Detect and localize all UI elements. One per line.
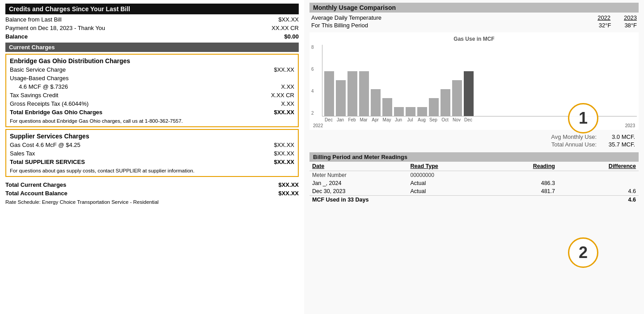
reading-type-0: Actual	[407, 179, 490, 187]
current-charges-header: Current Charges	[5, 43, 299, 52]
usage-detail-label: 4.6 MCF @ $.7326	[19, 83, 254, 90]
chart-label-Apr-4: Apr	[370, 117, 380, 122]
chart-label-Jul-7: Jul	[405, 117, 415, 122]
chart-bar-Oct-10	[441, 89, 450, 116]
circle-annotation-1: 1	[568, 103, 598, 133]
reading-row-0: Jan _, 2024Actual486.3	[309, 179, 639, 187]
total-current-label: Total Current Charges	[5, 181, 258, 188]
enbridge-total-label: Total Enbridge Gas Ohio Charges	[10, 109, 254, 116]
chart-label-Jan-1: Jan	[335, 117, 345, 122]
tax-savings-row: Tax Savings Credit X.XX CR	[10, 91, 294, 99]
gross-receipts-amount: X.XX	[254, 100, 294, 107]
chart-label-Mar-3: Mar	[359, 117, 369, 122]
avg-temp-label: Average Daily Temperature	[311, 14, 381, 21]
right-panel: Monthly Usage Comparison Average Daily T…	[304, 0, 644, 314]
balance-row: Balance $0.00	[5, 32, 299, 41]
circle-annotation-2: 2	[568, 237, 598, 268]
avg-temp-row: Average Daily Temperature 2022 2023	[309, 13, 639, 22]
enbridge-total-row: Total Enbridge Gas Ohio Charges $XX.XX	[10, 108, 294, 116]
gas-cost-row: Gas Cost 4.6 McF @ $4.25 $XX.XX	[10, 141, 294, 149]
chart-label-Jun-6: Jun	[394, 117, 403, 122]
reading-val-1: 481.7	[490, 187, 558, 196]
mcf-used-value: 4.6	[558, 196, 639, 204]
usage-based-row: Usage-Based Charges	[10, 74, 294, 82]
gross-receipts-label: Gross Receipts Tax (4.6044%)	[10, 100, 254, 107]
supplier-charges-box: Supplier Services Charges Gas Cost 4.6 M…	[5, 129, 299, 177]
totals-section: Total Current Charges $XX.XX Total Accou…	[5, 181, 299, 198]
col-difference: Difference	[558, 162, 639, 171]
total-annual-row: Total Annual Use: 35.7 MCF.	[313, 141, 635, 148]
billing-period-label: For This Billing Period	[311, 22, 368, 29]
enbridge-charges-box: Enbridge Gas Ohio Distribution Charges B…	[5, 54, 299, 127]
sales-tax-label: Sales Tax	[10, 150, 254, 157]
supplier-total-amount: $XX.XX	[254, 159, 294, 165]
basic-service-row: Basic Service Charge $XX.XX	[10, 65, 294, 74]
gas-cost-amount: $XX.XX	[254, 142, 294, 148]
balance-from-last-bill-amount: $XX.XX	[258, 16, 299, 23]
supplier-total-row: Total SUPPLIER SERVICES $XX.XX	[10, 158, 294, 166]
chart-bar-Apr-4	[371, 89, 381, 116]
reading-val-0: 486.3	[490, 179, 558, 187]
sales-tax-amount: $XX.XX	[254, 150, 294, 157]
chart-bar-Nov-11	[452, 80, 462, 116]
gas-cost-label: Gas Cost 4.6 McF @ $4.25	[10, 142, 254, 148]
avg-monthly-row: Avg Monthly Use: 3.0 MCF.	[313, 133, 635, 140]
total-annual-label: Total Annual Use:	[551, 141, 597, 148]
temps: 32°F 38°F	[599, 22, 637, 29]
avg-monthly-label: Avg Monthly Use:	[551, 133, 597, 140]
chart-bar-Sep-9	[429, 98, 439, 116]
total-current-amount: $XX.XX	[258, 181, 299, 188]
readings-table: Date Read Type Reading Difference Meter …	[309, 162, 639, 204]
y-label-8: 8	[311, 45, 314, 50]
chart-bar-Aug-8	[417, 107, 427, 116]
avg-monthly-value: 3.0 MCF.	[604, 133, 635, 140]
payment-label: Payment on Dec 18, 2023 - Thank You	[5, 25, 258, 31]
total-account-amount: $XX.XX	[258, 190, 299, 197]
balance-label: Balance	[5, 33, 258, 40]
chart-bar-Jun-6	[394, 107, 404, 116]
reading-type-1: Actual	[407, 187, 490, 196]
meter-number-row: Meter Number00000000	[309, 171, 639, 180]
meter-number-value: 00000000	[407, 171, 490, 180]
year-2022: 2022	[597, 14, 610, 21]
chart-bar-Mar-3	[359, 71, 369, 116]
payment-row: Payment on Dec 18, 2023 - Thank You XX.X…	[5, 24, 299, 32]
basic-service-label: Basic Service Charge	[10, 66, 254, 73]
total-annual-value: 35.7 MCF.	[604, 141, 635, 148]
usage-based-label: Usage-Based Charges	[10, 75, 254, 82]
supplier-title: Supplier Services Charges	[10, 133, 294, 140]
total-current-row: Total Current Charges $XX.XX	[5, 181, 299, 189]
payment-amount: XX.XX CR	[258, 25, 299, 31]
balance-amount: $0.00	[258, 33, 299, 40]
enbridge-note: For questions about Enbridge Gas Ohio ch…	[10, 118, 294, 124]
enbridge-total-amount: $XX.XX	[254, 109, 294, 116]
chart-title: Gas Use in MCF	[311, 36, 637, 42]
footer-note: Rate Schedule: Energy Choice Transportat…	[5, 199, 299, 205]
chart-label-Feb-2: Feb	[347, 117, 357, 122]
col-reading: Reading	[490, 162, 558, 171]
reading-row-1: Dec 30, 2023Actual481.74.6	[309, 187, 639, 196]
chart-label-Nov-11: Nov	[452, 117, 462, 122]
meter-number-label: Meter Number	[309, 171, 407, 180]
chart-bar-May-5	[382, 98, 392, 116]
usage-detail-row: 4.6 MCF @ $.7326 X.XX	[10, 82, 294, 91]
tax-savings-label: Tax Savings Credit	[10, 92, 254, 99]
chart-bar-Jul-7	[406, 107, 415, 116]
temp-2023: 38°F	[624, 22, 637, 29]
readings-header: Billing Period and Meter Readings	[309, 152, 639, 162]
enbridge-title: Enbridge Gas Ohio Distribution Charges	[10, 57, 294, 65]
reading-date-0: Jan _, 2024	[309, 179, 407, 187]
usage-detail-amount: X.XX	[254, 83, 294, 90]
chart-label-Sep-9: Sep	[428, 117, 438, 122]
chart-year-right: 2023	[625, 123, 635, 128]
reading-diff-1: 4.6	[558, 187, 639, 196]
supplier-note: For questions about gas supply costs, co…	[10, 168, 294, 173]
y-label-6: 6	[311, 67, 314, 72]
y-label-2: 2	[311, 111, 314, 116]
credits-charges-header: Credits and Charges Since Your Last Bill	[5, 4, 299, 14]
basic-service-amount: $XX.XX	[254, 66, 294, 73]
chart-bar-Jan-1	[336, 80, 346, 116]
chart-year-left: 2022	[313, 123, 323, 128]
tax-savings-amount: X.XX CR	[254, 92, 294, 99]
y-label-4: 4	[311, 89, 314, 94]
